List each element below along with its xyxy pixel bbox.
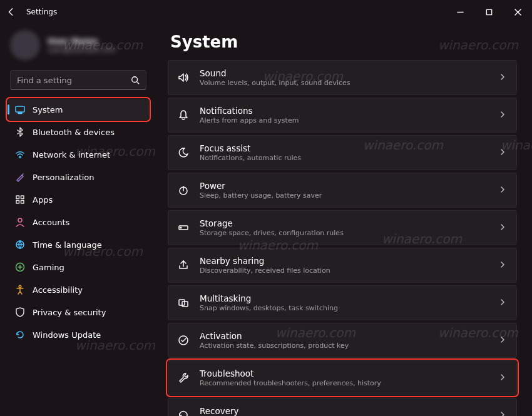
card-title: Storage [200,218,499,228]
nav-item-accessibility[interactable]: Accessibility [8,279,149,300]
apps-icon [15,195,25,205]
accounts-icon [15,217,25,227]
nav-item-accounts[interactable]: Accounts [8,211,149,233]
maximize-button[interactable] [474,2,503,22]
nav-label: Time & language [33,240,102,250]
nav-label: Personalization [33,173,95,182]
card-title: Sound [200,68,499,78]
sound-icon [177,71,190,84]
user-name: User Name [48,36,116,46]
chevron-right-icon [499,336,508,345]
chevron-right-icon [499,223,508,232]
chevron-right-icon [499,411,508,416]
share-icon [177,259,190,271]
chevron-right-icon [499,186,508,195]
card-subtitle: Recommended troubleshooters, preferences… [200,379,499,387]
card-title: Multitasking [200,293,499,303]
user-email: user@example.com [48,46,116,54]
bell-icon [177,109,190,121]
activation-icon [177,334,190,347]
svg-rect-0 [486,9,491,14]
settings-list: Sound Volume levels, output, input, soun… [168,60,517,416]
page-title: System [170,33,517,51]
recovery-icon [177,409,190,416]
card-subtitle: Storage space, drives, configuration rul… [200,229,499,237]
card-power[interactable]: Power Sleep, battery usage, battery save… [168,173,517,208]
nav-item-network[interactable]: Network & internet [8,144,149,165]
search-input[interactable] [17,76,131,85]
chevron-right-icon [499,111,508,119]
system-icon [15,104,25,114]
nav-item-system[interactable]: System [8,99,149,120]
card-subtitle: Notifications, automatic rules [200,154,499,162]
wifi-icon [15,150,25,160]
nav-label: Gaming [33,263,64,272]
card-subtitle: Alerts from apps and system [200,116,499,124]
svg-rect-6 [21,196,24,199]
card-subtitle: Discoverability, received files location [200,266,499,275]
nav-label: Apps [33,195,53,205]
nav-item-time-language[interactable]: Time & language [8,234,149,255]
card-notifications[interactable]: Notifications Alerts from apps and syste… [168,98,517,133]
nav-item-gaming[interactable]: Gaming [8,256,149,278]
card-subtitle: Activation state, subscriptions, product… [200,342,499,350]
nav-item-apps[interactable]: Apps [8,189,149,210]
card-storage[interactable]: Storage Storage space, drives, configura… [168,210,517,245]
nav-item-windows-update[interactable]: Windows Update [8,324,149,345]
card-focus-assist[interactable]: Focus assist Notifications, automatic ru… [168,135,517,170]
chevron-right-icon [499,261,508,270]
main-panel: System Sound Volume levels, output, inpu… [156,24,532,416]
bluetooth-icon [15,127,25,137]
storage-icon [177,221,190,234]
paintbrush-icon [15,172,25,182]
card-activation[interactable]: Activation Activation state, subscriptio… [168,323,517,358]
nav-item-bluetooth[interactable]: Bluetooth & devices [8,121,149,143]
moon-icon [177,146,190,159]
nav-item-personalization[interactable]: Personalization [8,166,149,188]
globe-icon [15,240,25,250]
minimize-button[interactable] [446,2,474,22]
svg-rect-2 [16,106,24,112]
card-title: Activation [200,331,499,341]
card-recovery[interactable]: Recovery Reset, advanced startup, go bac… [168,398,517,416]
nav-label: Accounts [33,218,69,227]
nav-label: Bluetooth & devices [33,128,115,137]
nav-label: Accessibility [33,285,83,295]
svg-rect-5 [16,196,19,199]
card-troubleshoot[interactable]: Troubleshoot Recommended troubleshooters… [168,360,517,395]
close-button[interactable] [503,2,532,22]
nav-label: Privacy & security [33,308,106,317]
svg-rect-3 [18,113,22,114]
card-subtitle: Volume levels, output, input, sound devi… [200,79,499,87]
nav-item-privacy[interactable]: Privacy & security [8,302,149,323]
search-box[interactable] [10,70,146,90]
nav-list: System Bluetooth & devices Network & int… [6,99,150,345]
card-sound[interactable]: Sound Volume levels, output, input, soun… [168,60,517,95]
svg-rect-7 [16,201,19,204]
card-title: Nearby sharing [200,256,499,266]
card-multitasking[interactable]: Multitasking Snap windows, desktops, tas… [168,285,517,320]
card-subtitle: Sleep, battery usage, battery saver [200,191,499,200]
svg-point-12 [19,285,21,288]
back-button[interactable] [6,7,16,17]
svg-point-15 [180,227,182,228]
accessibility-icon [15,285,25,295]
card-title: Notifications [200,106,499,116]
wrench-icon [177,372,190,384]
sidebar: User Name user@example.com System Blueto… [0,24,156,416]
card-title: Focus assist [200,143,499,153]
card-subtitle: Snap windows, desktops, task switching [200,304,499,312]
chevron-right-icon [499,148,508,157]
chevron-right-icon [499,73,508,82]
power-icon [177,184,190,196]
window-title: Settings [26,8,57,16]
card-title: Troubleshoot [200,368,499,378]
multitasking-icon [177,297,190,309]
search-icon [131,76,140,84]
svg-point-4 [19,156,21,158]
chevron-right-icon [499,373,508,382]
user-profile[interactable]: User Name user@example.com [6,24,150,70]
card-nearby-sharing[interactable]: Nearby sharing Discoverability, received… [168,248,517,283]
chevron-right-icon [499,298,508,307]
titlebar: Settings [0,0,532,24]
